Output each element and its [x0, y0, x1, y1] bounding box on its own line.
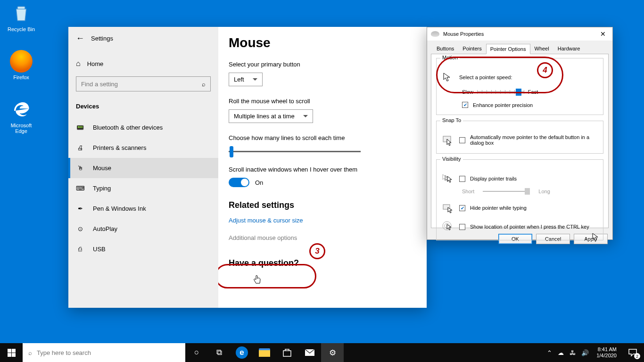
primary-button-label: Select your primary button: [229, 61, 416, 68]
sidebar-item-mouse[interactable]: 🖱Mouse: [68, 158, 218, 178]
settings-search[interactable]: ⌕: [76, 76, 211, 91]
slider-track: [229, 151, 361, 152]
sidebar-item-bluetooth[interactable]: 📟Bluetooth & other devices: [68, 117, 218, 138]
toggle-knob: [241, 179, 248, 186]
taskbar-mail[interactable]: [298, 343, 321, 362]
home-label: Home: [87, 60, 104, 67]
trails-checkbox[interactable]: [459, 176, 465, 182]
settings-search-input[interactable]: [81, 81, 202, 88]
firefox-icon: [10, 50, 33, 73]
taskbar: ⌕ ○ ⧉ e ⚙ ⌃ ☁ 🖧 🔊 8:41 AM 1/4/2020 2: [0, 343, 644, 362]
dialog-titlebar[interactable]: Mouse Properties ✕: [427, 27, 612, 41]
pointer-speed-slider[interactable]: [477, 88, 524, 96]
category-heading: Devices: [68, 98, 218, 117]
ctrl-checkbox[interactable]: [459, 224, 465, 230]
trail-length-slider: [483, 187, 530, 196]
tray-volume-icon[interactable]: 🔊: [578, 343, 592, 362]
hide-typing-checkbox[interactable]: ✔: [459, 205, 465, 211]
inactive-label: Scroll inactive windows when I hover ove…: [229, 166, 416, 173]
desktop-icon-label: Recycle Bin: [8, 26, 35, 32]
search-icon: ⌕: [28, 349, 32, 356]
taskbar-search[interactable]: ⌕: [23, 343, 185, 362]
tray-onedrive-icon[interactable]: ☁: [555, 343, 567, 362]
wheel-dropdown[interactable]: Multiple lines at a time: [229, 109, 313, 123]
system-tray: ⌃ ☁ 🖧 🔊 8:41 AM 1/4/2020 2: [544, 343, 644, 362]
windows-logo-icon: [8, 349, 16, 357]
tab-pointer-options[interactable]: Pointer Options: [486, 44, 530, 54]
clock-time: 8:41 AM: [596, 346, 617, 353]
sidebar-item-label: USB: [93, 246, 106, 253]
chevron-down-icon: [303, 115, 308, 120]
slider-thumb[interactable]: [516, 89, 521, 96]
desktop-icon-firefox[interactable]: Firefox: [5, 50, 38, 80]
tab-wheel[interactable]: Wheel: [530, 43, 553, 54]
snap-label: Automatically move pointer to the defaul…: [470, 134, 598, 146]
dialog-body: Motion Select a pointer speed: Slow Fast…: [431, 54, 609, 228]
additional-mouse-options-link[interactable]: Additional mouse options: [229, 234, 416, 241]
lines-slider[interactable]: [229, 146, 361, 157]
settings-window: ← Settings ⌂ Home ⌕ Devices 📟Bluetooth &…: [68, 27, 427, 308]
mouse-dialog-icon: [431, 31, 439, 37]
inactive-toggle[interactable]: [229, 178, 249, 187]
dropdown-value: Multiple lines at a time: [234, 113, 295, 120]
ctrl-locate-icon: [441, 220, 454, 233]
tab-pointers[interactable]: Pointers: [458, 43, 486, 54]
enhance-precision-label: Enhance pointer precision: [473, 102, 533, 108]
hand-cursor-icon: [253, 275, 262, 286]
bluetooth-icon: 📟: [76, 124, 84, 131]
sidebar-item-pen[interactable]: ✒Pen & Windows Ink: [68, 198, 218, 219]
sidebar-item-label: Pen & Windows Ink: [93, 205, 146, 212]
pen-icon: ✒: [76, 205, 84, 212]
primary-button-dropdown[interactable]: Left: [229, 73, 263, 86]
recycle-bin-icon: [11, 3, 31, 23]
task-view-button[interactable]: ⧉: [208, 343, 231, 362]
desktop-icon-recycle-bin[interactable]: Recycle Bin: [5, 2, 38, 32]
motion-group: Motion Select a pointer speed: Slow Fast…: [436, 58, 603, 115]
close-button[interactable]: ✕: [595, 28, 611, 40]
mouse-properties-dialog: Mouse Properties ✕ Buttons Pointers Poin…: [427, 27, 613, 240]
desktop-icon-label: Firefox: [13, 74, 29, 80]
clock-date: 1/4/2020: [596, 353, 617, 359]
snap-icon: [441, 133, 454, 147]
question-heading: Have a question?: [229, 258, 416, 268]
snap-checkbox[interactable]: [459, 137, 465, 143]
desktop-icon-label: Microsoft Edge: [11, 123, 32, 134]
ctrl-label: Show location of pointer when I press th…: [470, 224, 589, 230]
typing-icon: ⌨: [76, 185, 84, 192]
trails-label: Display pointer trails: [470, 176, 517, 181]
adjust-mouse-link[interactable]: Adjust mouse & cursor size: [229, 217, 416, 224]
pointer-speed-label: Select a pointer speed:: [459, 74, 512, 80]
home-button[interactable]: ⌂ Home: [68, 50, 218, 76]
visibility-legend: Visibility: [440, 156, 463, 162]
tab-buttons[interactable]: Buttons: [432, 43, 458, 54]
taskbar-clock[interactable]: 8:41 AM 1/4/2020: [592, 346, 621, 359]
annotation-number-3: 3: [309, 243, 325, 259]
sidebar-item-typing[interactable]: ⌨Typing: [68, 178, 218, 198]
taskbar-file-explorer[interactable]: [253, 343, 276, 362]
sidebar-item-label: Typing: [93, 185, 111, 192]
hide-typing-icon: [441, 201, 454, 214]
taskbar-store[interactable]: [276, 343, 298, 362]
action-center-button[interactable]: 2: [621, 343, 644, 362]
tab-hardware[interactable]: Hardware: [553, 43, 585, 54]
settings-sidebar: ← Settings ⌂ Home ⌕ Devices 📟Bluetooth &…: [68, 27, 218, 308]
slider-thumb[interactable]: [230, 146, 233, 157]
chevron-down-icon: [253, 78, 257, 83]
sidebar-item-autoplay[interactable]: ⊙AutoPlay: [68, 219, 218, 239]
notification-badge: 2: [634, 353, 640, 359]
trail-short-label: Short: [462, 189, 474, 194]
tray-chevron[interactable]: ⌃: [544, 343, 555, 362]
visibility-group: Visibility Display pointer trails Short …: [436, 159, 603, 240]
desktop-icon-edge[interactable]: Microsoft Edge: [5, 98, 38, 134]
home-icon: ⌂: [76, 59, 81, 68]
tray-network-icon[interactable]: 🖧: [567, 343, 578, 362]
back-button[interactable]: ←: [76, 33, 84, 43]
start-button[interactable]: [0, 343, 23, 362]
taskbar-settings[interactable]: ⚙: [321, 343, 344, 362]
sidebar-item-printers[interactable]: 🖨Printers & scanners: [68, 138, 218, 158]
taskbar-search-input[interactable]: [37, 349, 180, 356]
sidebar-item-usb[interactable]: ⎙USB: [68, 239, 218, 259]
taskbar-edge[interactable]: e: [231, 343, 253, 362]
enhance-precision-checkbox[interactable]: ✔: [462, 102, 468, 108]
cortana-button[interactable]: ○: [185, 343, 208, 362]
